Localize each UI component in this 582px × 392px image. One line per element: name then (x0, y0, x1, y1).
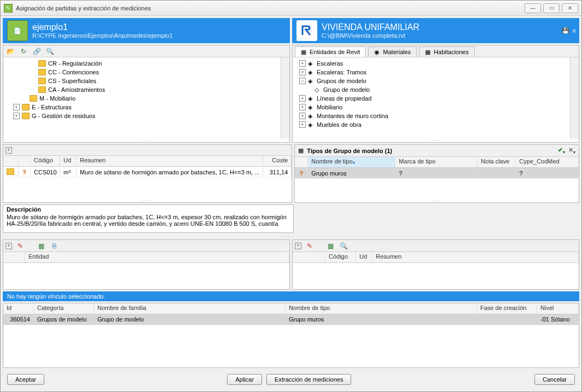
tree-item[interactable]: +◈Líneas de propiedad (296, 94, 567, 103)
expand-icon[interactable]: + (299, 121, 306, 128)
col-resumen2[interactable]: Resumen (373, 252, 579, 262)
splitter[interactable]: ···· (295, 199, 579, 202)
copy-icon[interactable]: ⎘ (49, 241, 59, 251)
col-entidad[interactable]: Entidad (25, 252, 289, 262)
category-icon: ◈ (308, 113, 315, 119)
filter-icon[interactable]: 🔍 (45, 46, 55, 56)
tree-item[interactable]: M - Mobiliario (7, 94, 277, 103)
tab-entities[interactable]: ▦Entidades de Revit (295, 46, 366, 57)
splitter[interactable]: ···· (3, 139, 289, 142)
left-tree[interactable]: CR - Regularización CC - Contenciones CS… (3, 57, 281, 139)
tree-item[interactable]: +◈Escaleras (296, 59, 567, 68)
expand-icon[interactable]: + (299, 69, 306, 75)
tree-item[interactable]: CA - Arriostramientos (7, 85, 277, 94)
bottom-grid-body[interactable]: 360514 Grupos de modelo Grupo de modelo … (3, 314, 579, 367)
minimize-button[interactable]: — (525, 3, 541, 13)
window-titlebar[interactable]: ✎ Asignación de partidas y extracción de… (1, 1, 581, 16)
project-header-right: VIVIENDA UNIFAMILIAR C:\@BIM\Vivienda co… (292, 18, 579, 43)
tree-item[interactable]: CR - Regularización (7, 59, 277, 68)
tree-item[interactable]: CC - Contenciones (7, 68, 277, 77)
extract-button[interactable]: Extracción de mediciones (266, 374, 351, 385)
expand-icon[interactable]: + (13, 104, 20, 110)
assign-icon[interactable]: ▦ (36, 241, 46, 251)
col-nivel[interactable]: Nivel (537, 303, 579, 314)
desc-row: Descripción Muro de sótano de hormigón a… (3, 204, 579, 233)
col-familia[interactable]: Nombre de familia (94, 303, 286, 314)
apply-button[interactable]: Aplicar (227, 374, 262, 385)
tree-item[interactable]: +◈Muebles de obra (296, 120, 567, 129)
cell-ud: m³ (60, 168, 77, 177)
tree-item[interactable]: CS - Superficiales (7, 77, 277, 85)
expand-icon[interactable]: + (299, 95, 306, 102)
col-codigo[interactable]: Código (31, 156, 60, 166)
add-icon[interactable]: + (5, 243, 12, 249)
maximize-button[interactable]: ▭ (543, 3, 560, 13)
expand-icon[interactable]: + (299, 113, 306, 119)
tree-item[interactable]: +◈Escaleras: Tramos (296, 68, 567, 77)
col-coste[interactable]: Coste (263, 156, 292, 166)
save-icon[interactable]: 💾 (562, 27, 569, 34)
col-marca[interactable]: Marca de tipo (395, 157, 478, 167)
reject-icon[interactable]: ✕▾ (568, 147, 575, 155)
splitter[interactable]: ···· (3, 235, 579, 238)
search-icon[interactable]: 🔍 (339, 241, 348, 251)
right-tree[interactable]: +◈Escaleras +◈Escaleras: Tramos −◈Grupos… (293, 57, 570, 139)
folder-open-icon[interactable]: 📂 (5, 46, 15, 56)
col-ud2[interactable]: Ud (356, 252, 373, 262)
tree-item[interactable]: +◈Montantes de muro cortina (296, 112, 567, 120)
tree-label: Muebles de obra (317, 121, 362, 128)
cell-nota (478, 172, 516, 174)
codigo-grid-body[interactable] (293, 263, 579, 289)
left-grid-body[interactable]: ? CCS010 m³ Muro de sótano de hormigón a… (3, 167, 292, 199)
scrollbar[interactable] (281, 57, 289, 139)
tab-rooms[interactable]: ▦Habitaciones (419, 46, 475, 57)
expand-icon[interactable]: + (299, 60, 306, 67)
footer: Aceptar Aplicar Extracción de mediciones… (3, 370, 579, 389)
right-grid-body[interactable]: ? Grupo muros ? ? (295, 168, 579, 199)
entidad-grid-body[interactable] (3, 263, 289, 289)
grid-row[interactable]: 360514 Grupos de modelo Grupo de modelo … (3, 314, 579, 325)
col-tipo[interactable]: Nombre de tipo (286, 303, 477, 314)
accept-icon[interactable]: ✔▾ (558, 147, 565, 155)
description-panel: Descripción Muro de sótano de hormigón a… (3, 204, 294, 233)
col-ud[interactable]: Ud (60, 156, 77, 166)
left-grid-header: Código Ud Resumen Coste (3, 156, 292, 167)
right-grid-header: Nombre de tipo▴ Marca de tipo Nota clave… (295, 157, 579, 168)
folder-icon (38, 78, 46, 84)
add-icon[interactable]: + (295, 243, 301, 249)
expand-all-icon[interactable]: + (5, 147, 12, 154)
grid-row[interactable]: ? CCS010 m³ Muro de sótano de hormigón a… (3, 167, 292, 178)
tree-item[interactable]: +G - Gestión de residuos (7, 112, 277, 120)
refresh-icon[interactable]: ↻ (19, 46, 28, 56)
tab-materials[interactable]: ◉Materiales (368, 46, 417, 57)
col-resumen[interactable]: Resumen (77, 156, 263, 166)
col-fase[interactable]: Fase de creación (477, 303, 537, 314)
tree-item[interactable]: −◈Grupos de modelo (296, 77, 567, 85)
splitter[interactable]: ···· (293, 139, 579, 142)
col-categoria[interactable]: Categoría (34, 303, 94, 314)
tree-item[interactable]: ◇Grupo de modelo (296, 85, 567, 94)
accept-button[interactable]: Aceptar (7, 374, 44, 385)
col-id[interactable]: Id (3, 303, 34, 314)
edit-icon[interactable]: ✎ (15, 241, 25, 251)
col-nota[interactable]: Nota clave (478, 157, 516, 167)
close-button[interactable]: ✕ (562, 3, 578, 13)
col-cype[interactable]: Cype_CodMed (516, 157, 579, 167)
collapse-icon[interactable]: − (299, 78, 306, 84)
link-icon[interactable]: 🔗 (32, 46, 42, 56)
expand-icon[interactable]: + (299, 104, 306, 110)
scrollbar[interactable] (570, 57, 579, 139)
assign-icon[interactable]: ▦ (325, 241, 335, 251)
splitter[interactable]: ···· (3, 199, 292, 202)
expand-icon[interactable]: + (13, 113, 20, 119)
tab-label: Materiales (383, 49, 411, 55)
tree-item[interactable]: +◈Mobiliario (296, 103, 567, 112)
edit-icon[interactable]: ✎ (305, 241, 315, 251)
grid-row[interactable]: ? Grupo muros ? ? (295, 168, 579, 179)
col-codigo2[interactable]: Código (325, 252, 356, 262)
menu-icon[interactable]: ≡ (573, 27, 576, 34)
tree-item[interactable]: +E - Estructuras (7, 103, 277, 112)
col-nombre[interactable]: Nombre de tipo▴ (308, 157, 395, 167)
cell-cype: ? (516, 169, 579, 178)
cancel-button[interactable]: Cancelar (534, 374, 575, 385)
